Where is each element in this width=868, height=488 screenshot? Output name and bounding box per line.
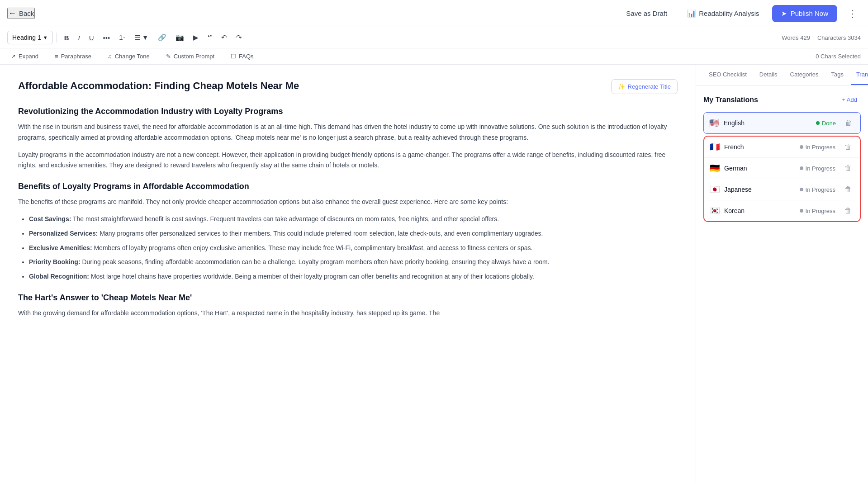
delete-french-button[interactable]: 🗑 <box>842 141 854 153</box>
delete-german-button[interactable]: 🗑 <box>842 162 854 174</box>
paraphrase-button[interactable]: ≡ Paraphrase <box>51 51 95 62</box>
french-flag: 🇫🇷 <box>710 142 720 152</box>
word-count: Words 429 Characters 3034 <box>782 34 861 41</box>
panel-tabs: SEO Checklist Details Categories Tags Tr… <box>696 65 868 85</box>
japanese-flag: 🇯🇵 <box>710 185 720 194</box>
quote-button[interactable]: ❛❜ <box>204 31 216 44</box>
delete-english-button[interactable]: 🗑 <box>842 117 855 129</box>
formatting-toolbar: Heading 1 ▼ B I U ••• 1⋅ ☰ ▼ 🔗 📷 ▶ ❛❜ ↶ … <box>0 27 868 48</box>
list-item: Personalized Services: Many programs off… <box>29 228 678 239</box>
chars-selected: 0 Chars Selected <box>816 53 861 60</box>
translation-item-japanese[interactable]: 🇯🇵 Japanese In Progress 🗑 <box>704 179 860 200</box>
redo-button[interactable]: ↷ <box>232 31 246 44</box>
publish-button[interactable]: ➤ Publish Now <box>772 5 837 22</box>
expand-button[interactable]: ↗ Expand <box>7 51 42 62</box>
paragraph-1-2: Loyalty programs in the accommodation in… <box>18 150 678 171</box>
change-tone-button[interactable]: ♫ Change Tone <box>104 51 153 62</box>
readability-icon: 📊 <box>687 9 696 18</box>
in-progress-dot-japanese <box>800 188 803 191</box>
heading-select[interactable]: Heading 1 ▼ <box>7 31 53 44</box>
list-item: Exclusive Amenities: Members of loyalty … <box>29 243 678 254</box>
custom-prompt-button[interactable]: ✎ Custom Prompt <box>162 51 218 62</box>
in-progress-group: 🇫🇷 French In Progress 🗑 🇩🇪 German In Pro… <box>703 136 861 222</box>
underline-button[interactable]: U <box>85 31 98 44</box>
custom-prompt-label: Custom Prompt <box>174 53 214 60</box>
english-flag: 🇺🇸 <box>709 118 719 128</box>
translation-item-korean[interactable]: 🇰🇷 Korean In Progress 🗑 <box>704 200 860 221</box>
translations-panel-title: My Translations <box>703 96 758 104</box>
delete-japanese-button[interactable]: 🗑 <box>842 184 854 195</box>
translation-item-german[interactable]: 🇩🇪 German In Progress 🗑 <box>704 158 860 179</box>
french-lang-name: French <box>724 143 795 151</box>
top-bar-right: Save as Draft 📊 Readability Analysis ➤ P… <box>619 5 861 22</box>
readability-button[interactable]: 📊 Readability Analysis <box>682 5 764 21</box>
link-button[interactable]: 🔗 <box>154 31 170 44</box>
tab-details[interactable]: Details <box>754 65 783 85</box>
section-heading-3: The Hart's Answer to 'Cheap Motels Near … <box>18 293 678 303</box>
save-draft-button[interactable]: Save as Draft <box>619 6 674 21</box>
main-layout: Affordable Accommodation: Finding Cheap … <box>0 65 868 484</box>
add-translation-button[interactable]: + Add <box>838 95 861 105</box>
tab-seo-checklist[interactable]: SEO Checklist <box>703 65 752 85</box>
in-progress-dot-german <box>800 166 803 170</box>
chevron-down-icon: ▼ <box>43 35 48 40</box>
tab-categories[interactable]: Categories <box>785 65 824 85</box>
faqs-icon: ☐ <box>231 53 236 60</box>
section-heading-1: Revolutionizing the Accommodation Indust… <box>18 107 678 116</box>
undo-button[interactable]: ↶ <box>218 31 231 44</box>
in-progress-dot-french <box>800 145 803 149</box>
back-button[interactable]: ← Back <box>7 8 35 19</box>
top-bar-left: ← Back <box>7 8 35 19</box>
editor-area[interactable]: Affordable Accommodation: Finding Cheap … <box>0 65 696 484</box>
japanese-lang-name: Japanese <box>724 186 795 193</box>
bold-button[interactable]: B <box>61 31 73 44</box>
word-count-label: Words 429 <box>782 34 810 41</box>
regenerate-title-button[interactable]: ✨ Regenerate Title <box>611 79 678 94</box>
regenerate-label: Regenerate Title <box>628 83 671 90</box>
english-status-badge: Done <box>811 118 840 128</box>
list-item: Cost Savings: The most straightforward b… <box>29 214 678 225</box>
done-status-dot <box>816 121 820 125</box>
expand-label: Expand <box>19 53 38 60</box>
in-progress-dot-korean <box>800 209 803 213</box>
italic-button[interactable]: I <box>75 31 84 44</box>
list-item: Priority Booking: During peak seasons, f… <box>29 257 678 268</box>
align-button[interactable]: ☰ ▼ <box>131 31 152 44</box>
change-tone-icon: ♫ <box>108 53 112 60</box>
english-lang-name: English <box>724 119 811 127</box>
korean-status-badge: In Progress <box>795 206 840 216</box>
image-button[interactable]: 📷 <box>172 31 188 44</box>
german-flag: 🇩🇪 <box>710 163 720 173</box>
japanese-status-badge: In Progress <box>795 185 840 195</box>
regenerate-icon: ✨ <box>618 83 625 90</box>
korean-lang-name: Korean <box>724 207 795 214</box>
custom-prompt-icon: ✎ <box>166 53 171 60</box>
bullet-list-button[interactable]: ••• <box>100 31 114 44</box>
faqs-label: FAQs <box>239 53 254 60</box>
translation-item-french[interactable]: 🇫🇷 French In Progress 🗑 <box>704 137 860 158</box>
paragraph-3-1: With the growing demand for affordable a… <box>18 308 678 319</box>
paraphrase-icon: ≡ <box>55 53 58 60</box>
paragraph-2-1: The benefits of these programs are manif… <box>18 197 678 208</box>
back-arrow-icon: ← <box>8 9 16 18</box>
tab-translations[interactable]: Translations <box>851 65 868 85</box>
korean-flag: 🇰🇷 <box>710 206 720 216</box>
more-options-button[interactable]: ⋮ <box>844 6 861 21</box>
heading-select-label: Heading 1 <box>12 34 41 41</box>
faqs-button[interactable]: ☐ FAQs <box>227 51 257 62</box>
numbered-list-button[interactable]: 1⋅ <box>115 31 128 44</box>
german-lang-name: German <box>724 165 795 172</box>
tab-tags[interactable]: Tags <box>825 65 849 85</box>
article-title-row: Affordable Accommodation: Finding Cheap … <box>18 79 678 94</box>
readability-label: Readability Analysis <box>699 9 759 17</box>
delete-korean-button[interactable]: 🗑 <box>842 205 854 217</box>
article-title[interactable]: Affordable Accommodation: Finding Cheap … <box>18 79 604 93</box>
french-status-badge: In Progress <box>795 142 840 152</box>
back-label: Back <box>19 9 34 17</box>
publish-label: Publish Now <box>791 9 828 17</box>
translation-item-english[interactable]: 🇺🇸 English Done 🗑 <box>703 112 861 134</box>
paragraph-1-1: With the rise in tourism and business tr… <box>18 122 678 143</box>
ai-toolbar: ↗ Expand ≡ Paraphrase ♫ Change Tone ✎ Cu… <box>0 48 868 65</box>
panel-content: My Translations + Add 🇺🇸 English Done 🗑 … <box>696 85 868 484</box>
video-button[interactable]: ▶ <box>190 31 202 44</box>
